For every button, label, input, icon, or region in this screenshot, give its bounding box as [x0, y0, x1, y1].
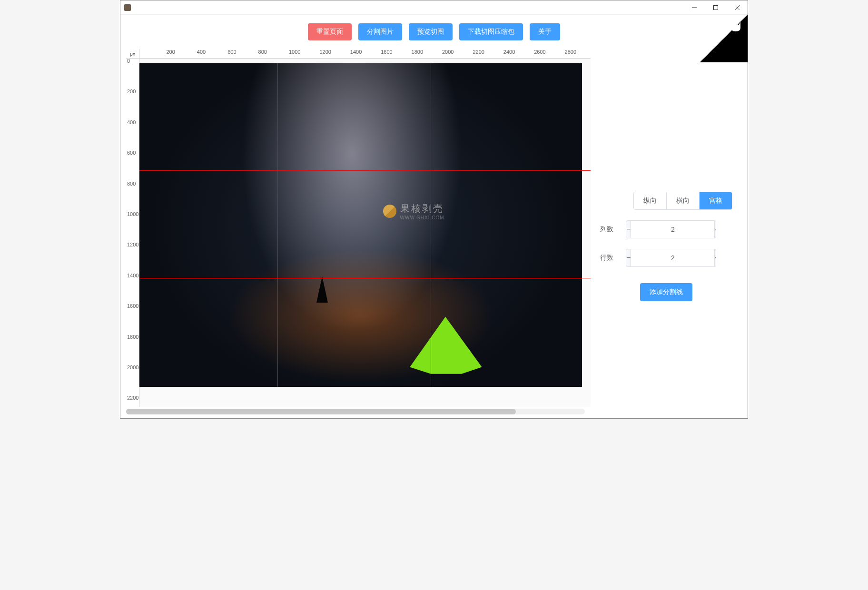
- ruler-h-tick: 600: [227, 49, 236, 55]
- ruler-v-tick: 1400: [127, 273, 138, 278]
- titlebar-left: [124, 4, 134, 11]
- canvas-wrap[interactable]: 果核剥壳 WWW.GHXI.COM: [139, 59, 591, 407]
- ruler-h-tick: 2600: [534, 49, 545, 55]
- split-button[interactable]: 分割图片: [358, 23, 402, 40]
- ruler-v-tick: 0: [127, 59, 130, 64]
- ruler-v-tick: 600: [127, 150, 136, 156]
- rows-increase[interactable]: +: [715, 249, 716, 266]
- ruler-v-tick: 200: [127, 88, 136, 94]
- ruler-v-tick: 400: [127, 119, 136, 125]
- reset-button[interactable]: 重置页面: [308, 23, 352, 40]
- ruler-h-tick: 1800: [412, 49, 423, 55]
- tab-vertical[interactable]: 纵向: [634, 192, 667, 209]
- download-button[interactable]: 下载切图压缩包: [459, 23, 523, 40]
- ruler-h-tick: 2200: [473, 49, 484, 55]
- horizontal-scrollbar[interactable]: [126, 409, 585, 414]
- direction-tabs: 纵向 横向 宫格: [633, 192, 732, 210]
- cols-decrease[interactable]: −: [626, 221, 631, 238]
- ruler-horizontal: 2004006008001000120014001600180020002200…: [139, 49, 591, 59]
- canvas-area: px 2004006008001000120014001600180020002…: [120, 49, 591, 418]
- tree-silhouette: [316, 276, 328, 303]
- ruler-v-tick: 1000: [127, 211, 138, 217]
- watermark: 果核剥壳 WWW.GHXI.COM: [383, 202, 444, 220]
- cut-line-vertical[interactable]: [277, 63, 278, 387]
- rows-input[interactable]: [631, 249, 715, 266]
- rows-field: 行数 − +: [600, 249, 732, 267]
- ruler-v-tick: 1800: [127, 334, 138, 340]
- ruler-h-tick: 2800: [565, 49, 576, 55]
- scrollbar-thumb[interactable]: [126, 409, 516, 414]
- cut-line-horizontal[interactable]: [139, 278, 591, 279]
- ruler-h-tick: 800: [258, 49, 267, 55]
- cols-input[interactable]: [631, 221, 715, 238]
- image: 果核剥壳 WWW.GHXI.COM: [139, 63, 582, 387]
- tab-horizontal[interactable]: 横向: [667, 192, 700, 209]
- watermark-text: 果核剥壳: [400, 203, 444, 214]
- ruler-v-tick: 1200: [127, 242, 138, 247]
- app-window: 重置页面 分割图片 预览切图 下载切图压缩包 关于 px 20040060080…: [120, 0, 748, 419]
- cols-stepper: − +: [626, 220, 716, 238]
- cols-field: 列数 − +: [600, 220, 732, 238]
- main: px 2004006008001000120014001600180020002…: [120, 49, 748, 418]
- image-stage: 果核剥壳 WWW.GHXI.COM: [139, 59, 591, 407]
- watermark-icon: [383, 205, 396, 218]
- ruler-v-tick: 2000: [127, 364, 138, 370]
- minimize-button[interactable]: [683, 0, 705, 15]
- rows-label: 行数: [600, 254, 616, 262]
- ruler-h-tick: 1400: [350, 49, 362, 55]
- watermark-sub: WWW.GHXI.COM: [400, 215, 444, 220]
- ruler-h-tick: 400: [197, 49, 206, 55]
- close-button[interactable]: [726, 0, 748, 15]
- titlebar: [120, 0, 748, 15]
- rows-decrease[interactable]: −: [626, 249, 631, 266]
- window-controls: [683, 0, 748, 14]
- ruler-h-tick: 2000: [442, 49, 454, 55]
- ruler-row: px 2004006008001000120014001600180020002…: [126, 49, 591, 59]
- ruler-unit: px: [126, 49, 139, 59]
- ruler-h-tick: 2400: [503, 49, 515, 55]
- app-icon: [124, 4, 131, 11]
- rows-stepper: − +: [626, 249, 716, 267]
- cut-line-vertical[interactable]: [431, 63, 432, 387]
- toolbar: 重置页面 分割图片 预览切图 下载切图压缩包 关于: [120, 15, 748, 49]
- ruler-h-tick: 1200: [319, 49, 331, 55]
- side-panel: 纵向 横向 宫格 列数 − + 行数 − + 添加分: [591, 49, 748, 418]
- svg-rect-1: [713, 6, 718, 10]
- ruler-v-tick: 800: [127, 181, 136, 187]
- ruler-v-tick: 2200: [127, 395, 138, 401]
- ruler-v-tick: 1600: [127, 303, 138, 309]
- maximize-button[interactable]: [705, 0, 726, 15]
- cols-label: 列数: [600, 225, 616, 234]
- canvas-row: 0200400600800100012001400160018002000220…: [126, 59, 591, 407]
- ruler-vertical: 0200400600800100012001400160018002000220…: [126, 59, 139, 407]
- cols-increase[interactable]: +: [715, 221, 716, 238]
- about-button[interactable]: 关于: [530, 23, 560, 40]
- ruler-h-tick: 1000: [289, 49, 300, 55]
- ruler-h-tick: 1600: [381, 49, 392, 55]
- ruler-h-tick: 200: [166, 49, 175, 55]
- tent: [405, 317, 486, 374]
- cut-line-horizontal[interactable]: [139, 170, 591, 171]
- apply-button[interactable]: 添加分割线: [640, 283, 692, 301]
- tab-grid[interactable]: 宫格: [700, 192, 732, 209]
- preview-button[interactable]: 预览切图: [409, 23, 453, 40]
